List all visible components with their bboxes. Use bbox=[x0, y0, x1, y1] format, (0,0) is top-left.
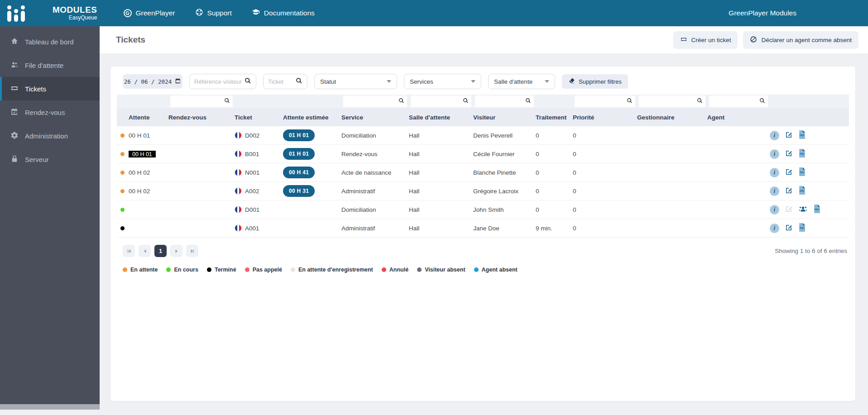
previous-page-button[interactable] bbox=[139, 245, 151, 257]
column-search-row bbox=[117, 95, 849, 108]
info-icon[interactable]: i bbox=[770, 224, 779, 233]
create-ticket-button[interactable]: Créer un ticket bbox=[673, 31, 738, 49]
column-search-priorite bbox=[575, 95, 635, 107]
app-logo-icon[interactable] bbox=[6, 4, 27, 23]
main-area: Tickets Créer un ticket Déclarer un agen… bbox=[100, 26, 868, 415]
sidebar-item-administration[interactable]: Administration bbox=[0, 124, 100, 148]
visiteur-cell: John Smith bbox=[473, 206, 536, 213]
svg-text:PDF: PDF bbox=[800, 227, 804, 229]
column-search-input[interactable] bbox=[346, 98, 398, 105]
next-page-button[interactable] bbox=[170, 245, 182, 257]
column-search-input[interactable] bbox=[173, 98, 224, 105]
salle-cell: Hall bbox=[409, 132, 473, 139]
declare-agent-absent-button[interactable]: Déclarer un agent comme absent bbox=[743, 31, 858, 49]
legend-item: Annulé bbox=[382, 267, 408, 273]
ticket-cell: N001 bbox=[235, 169, 283, 176]
column-search-input[interactable] bbox=[478, 98, 525, 105]
table-row[interactable]: 00 H 01 B001 01 H 01 Rendez-vous Hall Cé… bbox=[117, 145, 849, 163]
search-icon[interactable] bbox=[463, 97, 469, 105]
pdf-icon[interactable]: PDF bbox=[798, 186, 806, 196]
filter-bar: 26 / 06 / 2024 Statut Services Salle d'a… bbox=[117, 74, 849, 89]
pagination: 1 bbox=[123, 245, 198, 257]
sidebar-item-tableau-de-bord[interactable]: Tableau de bord bbox=[0, 30, 100, 53]
search-icon[interactable] bbox=[697, 97, 703, 105]
info-icon[interactable]: i bbox=[770, 149, 779, 159]
pdf-icon[interactable]: PDF bbox=[798, 167, 806, 177]
priorite-cell: 0 bbox=[573, 188, 637, 195]
sidebar-item-tickets[interactable]: Tickets bbox=[0, 77, 100, 100]
last-page-button[interactable] bbox=[186, 245, 198, 257]
search-icon[interactable] bbox=[245, 77, 251, 86]
statut-select[interactable]: Statut bbox=[314, 74, 397, 89]
priorite-cell: 0 bbox=[573, 169, 637, 176]
france-flag-icon bbox=[235, 187, 242, 195]
estimated-wait-badge: 00 H 41 bbox=[283, 167, 315, 178]
table-row[interactable]: A001 Administratif Hall Jane Doe 9 min. … bbox=[117, 219, 849, 238]
status-dot bbox=[120, 134, 125, 138]
edit-icon[interactable] bbox=[785, 149, 793, 159]
sidebar-item-label: Administration bbox=[25, 132, 68, 140]
pdf-icon[interactable]: PDF bbox=[798, 223, 806, 233]
column-search-input[interactable] bbox=[577, 98, 627, 105]
salle-cell: Hall bbox=[409, 169, 473, 176]
search-icon[interactable] bbox=[525, 97, 531, 105]
search-icon[interactable] bbox=[759, 97, 765, 105]
page-header: Tickets Créer un ticket Déclarer un agen… bbox=[100, 26, 868, 53]
nav-support[interactable]: Support bbox=[195, 8, 232, 18]
edit-icon[interactable] bbox=[785, 131, 793, 140]
info-icon[interactable]: i bbox=[770, 131, 779, 140]
pdf-icon[interactable]: PDF bbox=[798, 149, 806, 159]
wait-time: 00 H 01 bbox=[129, 151, 168, 157]
page-1-button[interactable]: 1 bbox=[154, 245, 167, 257]
column-search-gestionnaire bbox=[639, 95, 705, 107]
svg-text:PDF: PDF bbox=[800, 134, 804, 137]
table-row[interactable]: 00 H 02 N001 00 H 41 Acte de naissance H… bbox=[117, 163, 849, 182]
info-icon[interactable]: i bbox=[770, 168, 779, 177]
column-search-input[interactable] bbox=[413, 98, 463, 105]
pdf-icon[interactable]: PDF bbox=[798, 130, 806, 140]
pdf-icon[interactable]: PDF bbox=[813, 205, 821, 215]
table-row[interactable]: 00 H 01 D002 01 H 01 Domiciliation Hall … bbox=[117, 126, 849, 145]
search-icon[interactable] bbox=[398, 97, 404, 105]
col-priorite: Priorité bbox=[573, 114, 637, 121]
service-cell: Domiciliation bbox=[341, 206, 409, 213]
table-row[interactable]: 00 H 02 A002 00 H 31 Administratif Hall … bbox=[117, 182, 849, 200]
search-icon[interactable] bbox=[296, 77, 302, 86]
priorite-cell: 0 bbox=[573, 206, 637, 213]
column-search-input[interactable] bbox=[712, 98, 759, 105]
search-icon[interactable] bbox=[224, 97, 230, 105]
edit-icon[interactable] bbox=[785, 186, 793, 196]
info-icon[interactable]: i bbox=[770, 205, 779, 215]
sidebar-item-rendez-vous[interactable]: Rendez-vous bbox=[0, 100, 100, 124]
legend-dot bbox=[123, 267, 127, 272]
salle-select-label: Salle d'attente bbox=[494, 78, 532, 85]
svg-text:PDF: PDF bbox=[800, 190, 804, 192]
services-select[interactable]: Services bbox=[404, 74, 481, 89]
reference-search-input[interactable] bbox=[194, 78, 245, 85]
salle-cell: Hall bbox=[409, 188, 473, 195]
legend-dot bbox=[474, 267, 479, 272]
estimated-wait-cell: 00 H 31 bbox=[283, 185, 341, 197]
info-icon[interactable]: i bbox=[770, 186, 779, 196]
legend-item: En cours bbox=[166, 267, 198, 273]
first-page-button[interactable] bbox=[123, 245, 135, 257]
ticket-search-input[interactable] bbox=[268, 78, 296, 85]
sidebar-item-serveur[interactable]: Serveur bbox=[0, 148, 100, 171]
clear-filters-label: Supprimer filtres bbox=[579, 78, 622, 85]
priorite-cell: 0 bbox=[573, 225, 637, 232]
assign-agent-icon[interactable] bbox=[798, 205, 808, 215]
clear-filters-button[interactable]: Supprimer filtres bbox=[562, 74, 628, 89]
nav-documentations[interactable]: Documentations bbox=[252, 8, 315, 18]
edit-icon[interactable] bbox=[785, 224, 793, 233]
nav-greenplayer[interactable]: G GreenPlayer bbox=[124, 9, 175, 17]
sidebar-item-file-dattente[interactable]: File d'attente bbox=[0, 53, 100, 77]
calendar-icon bbox=[175, 78, 181, 86]
salle-dattente-select[interactable]: Salle d'attente bbox=[488, 74, 555, 89]
graduation-cap-icon bbox=[252, 8, 260, 18]
search-icon[interactable] bbox=[627, 97, 633, 105]
edit-icon[interactable] bbox=[785, 168, 793, 177]
france-flag-icon bbox=[235, 169, 242, 176]
column-search-input[interactable] bbox=[642, 98, 697, 105]
table-row[interactable]: D001 Domiciliation Hall John Smith 0 0 i… bbox=[117, 200, 849, 219]
date-filter[interactable]: 26 / 06 / 2024 bbox=[123, 74, 182, 89]
